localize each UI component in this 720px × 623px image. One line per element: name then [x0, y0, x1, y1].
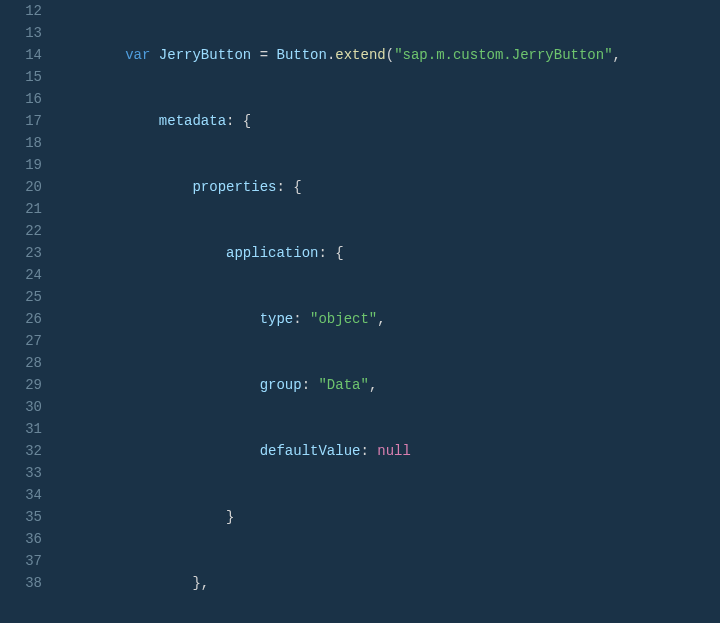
- line-number: 27: [0, 330, 42, 352]
- line-number: 13: [0, 22, 42, 44]
- line-number: 35: [0, 506, 42, 528]
- line-number: 17: [0, 110, 42, 132]
- line-number: 25: [0, 286, 42, 308]
- line-number: 19: [0, 154, 42, 176]
- line-number: 31: [0, 418, 42, 440]
- line-number: 32: [0, 440, 42, 462]
- line-number: 30: [0, 396, 42, 418]
- line-number: 12: [0, 0, 42, 22]
- code-editor: 12 13 14 15 16 17 18 19 20 21 22 23 24 2…: [0, 0, 720, 623]
- line-number: 38: [0, 572, 42, 594]
- line-number: 37: [0, 550, 42, 572]
- line-number-gutter: 12 13 14 15 16 17 18 19 20 21 22 23 24 2…: [0, 0, 54, 623]
- line-number: 14: [0, 44, 42, 66]
- line-number: 28: [0, 352, 42, 374]
- line-number: 34: [0, 484, 42, 506]
- line-number: 23: [0, 242, 42, 264]
- line-number: 15: [0, 66, 42, 88]
- line-number: 20: [0, 176, 42, 198]
- code-area[interactable]: var JerryButton = Button.extend("sap.m.c…: [54, 0, 720, 623]
- line-number: 33: [0, 462, 42, 484]
- line-number: 22: [0, 220, 42, 242]
- line-number: 26: [0, 308, 42, 330]
- line-number: 24: [0, 264, 42, 286]
- line-number: 36: [0, 528, 42, 550]
- line-number: 16: [0, 88, 42, 110]
- line-number: 29: [0, 374, 42, 396]
- line-number: 21: [0, 198, 42, 220]
- line-number: 18: [0, 132, 42, 154]
